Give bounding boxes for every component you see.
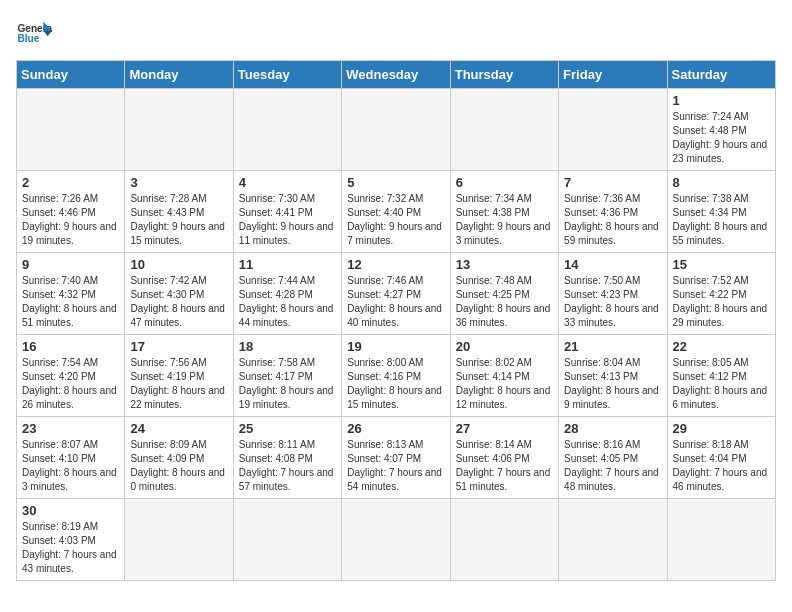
calendar-week-3: 9Sunrise: 7:40 AM Sunset: 4:32 PM Daylig… [17, 253, 776, 335]
day-number: 4 [239, 175, 336, 190]
day-number: 10 [130, 257, 227, 272]
calendar-cell: 20Sunrise: 8:02 AM Sunset: 4:14 PM Dayli… [450, 335, 558, 417]
day-info: Sunrise: 7:56 AM Sunset: 4:19 PM Dayligh… [130, 356, 227, 412]
day-info: Sunrise: 8:07 AM Sunset: 4:10 PM Dayligh… [22, 438, 119, 494]
calendar-cell: 9Sunrise: 7:40 AM Sunset: 4:32 PM Daylig… [17, 253, 125, 335]
day-info: Sunrise: 8:04 AM Sunset: 4:13 PM Dayligh… [564, 356, 661, 412]
day-number: 27 [456, 421, 553, 436]
calendar-cell: 30Sunrise: 8:19 AM Sunset: 4:03 PM Dayli… [17, 499, 125, 581]
calendar-cell [233, 89, 341, 171]
day-number: 16 [22, 339, 119, 354]
calendar-cell [450, 499, 558, 581]
day-info: Sunrise: 8:02 AM Sunset: 4:14 PM Dayligh… [456, 356, 553, 412]
calendar-cell: 6Sunrise: 7:34 AM Sunset: 4:38 PM Daylig… [450, 171, 558, 253]
day-info: Sunrise: 8:05 AM Sunset: 4:12 PM Dayligh… [673, 356, 770, 412]
day-number: 5 [347, 175, 444, 190]
day-number: 22 [673, 339, 770, 354]
calendar-week-2: 2Sunrise: 7:26 AM Sunset: 4:46 PM Daylig… [17, 171, 776, 253]
day-number: 17 [130, 339, 227, 354]
calendar-week-6: 30Sunrise: 8:19 AM Sunset: 4:03 PM Dayli… [17, 499, 776, 581]
calendar-cell: 17Sunrise: 7:56 AM Sunset: 4:19 PM Dayli… [125, 335, 233, 417]
calendar-table: SundayMondayTuesdayWednesdayThursdayFrid… [16, 60, 776, 581]
calendar-cell: 14Sunrise: 7:50 AM Sunset: 4:23 PM Dayli… [559, 253, 667, 335]
calendar-cell: 16Sunrise: 7:54 AM Sunset: 4:20 PM Dayli… [17, 335, 125, 417]
day-number: 21 [564, 339, 661, 354]
calendar-cell [342, 89, 450, 171]
day-info: Sunrise: 7:44 AM Sunset: 4:28 PM Dayligh… [239, 274, 336, 330]
day-info: Sunrise: 7:50 AM Sunset: 4:23 PM Dayligh… [564, 274, 661, 330]
calendar-cell: 19Sunrise: 8:00 AM Sunset: 4:16 PM Dayli… [342, 335, 450, 417]
calendar-cell: 1Sunrise: 7:24 AM Sunset: 4:48 PM Daylig… [667, 89, 775, 171]
day-number: 19 [347, 339, 444, 354]
day-info: Sunrise: 7:26 AM Sunset: 4:46 PM Dayligh… [22, 192, 119, 248]
day-info: Sunrise: 7:32 AM Sunset: 4:40 PM Dayligh… [347, 192, 444, 248]
day-number: 23 [22, 421, 119, 436]
day-number: 15 [673, 257, 770, 272]
calendar-cell: 28Sunrise: 8:16 AM Sunset: 4:05 PM Dayli… [559, 417, 667, 499]
calendar-cell: 25Sunrise: 8:11 AM Sunset: 4:08 PM Dayli… [233, 417, 341, 499]
calendar-header: SundayMondayTuesdayWednesdayThursdayFrid… [17, 61, 776, 89]
day-number: 2 [22, 175, 119, 190]
logo-icon: General Blue [16, 16, 52, 52]
calendar-cell [233, 499, 341, 581]
day-number: 14 [564, 257, 661, 272]
calendar-cell: 18Sunrise: 7:58 AM Sunset: 4:17 PM Dayli… [233, 335, 341, 417]
day-number: 7 [564, 175, 661, 190]
calendar-cell [125, 499, 233, 581]
day-number: 13 [456, 257, 553, 272]
calendar-cell: 4Sunrise: 7:30 AM Sunset: 4:41 PM Daylig… [233, 171, 341, 253]
day-info: Sunrise: 7:30 AM Sunset: 4:41 PM Dayligh… [239, 192, 336, 248]
calendar-cell: 8Sunrise: 7:38 AM Sunset: 4:34 PM Daylig… [667, 171, 775, 253]
day-info: Sunrise: 7:54 AM Sunset: 4:20 PM Dayligh… [22, 356, 119, 412]
header: General Blue [16, 16, 776, 52]
day-info: Sunrise: 8:00 AM Sunset: 4:16 PM Dayligh… [347, 356, 444, 412]
day-number: 12 [347, 257, 444, 272]
day-info: Sunrise: 7:24 AM Sunset: 4:48 PM Dayligh… [673, 110, 770, 166]
calendar-cell [17, 89, 125, 171]
calendar-cell: 7Sunrise: 7:36 AM Sunset: 4:36 PM Daylig… [559, 171, 667, 253]
calendar-cell: 23Sunrise: 8:07 AM Sunset: 4:10 PM Dayli… [17, 417, 125, 499]
day-info: Sunrise: 8:16 AM Sunset: 4:05 PM Dayligh… [564, 438, 661, 494]
calendar-week-5: 23Sunrise: 8:07 AM Sunset: 4:10 PM Dayli… [17, 417, 776, 499]
calendar-cell: 24Sunrise: 8:09 AM Sunset: 4:09 PM Dayli… [125, 417, 233, 499]
day-number: 3 [130, 175, 227, 190]
calendar-body: 1Sunrise: 7:24 AM Sunset: 4:48 PM Daylig… [17, 89, 776, 581]
day-number: 18 [239, 339, 336, 354]
day-info: Sunrise: 7:40 AM Sunset: 4:32 PM Dayligh… [22, 274, 119, 330]
calendar-cell [342, 499, 450, 581]
day-number: 26 [347, 421, 444, 436]
calendar-cell: 2Sunrise: 7:26 AM Sunset: 4:46 PM Daylig… [17, 171, 125, 253]
weekday-header-wednesday: Wednesday [342, 61, 450, 89]
weekday-header-friday: Friday [559, 61, 667, 89]
weekday-header-thursday: Thursday [450, 61, 558, 89]
day-info: Sunrise: 8:14 AM Sunset: 4:06 PM Dayligh… [456, 438, 553, 494]
weekday-header-row: SundayMondayTuesdayWednesdayThursdayFrid… [17, 61, 776, 89]
calendar-cell: 15Sunrise: 7:52 AM Sunset: 4:22 PM Dayli… [667, 253, 775, 335]
day-info: Sunrise: 7:42 AM Sunset: 4:30 PM Dayligh… [130, 274, 227, 330]
day-info: Sunrise: 8:19 AM Sunset: 4:03 PM Dayligh… [22, 520, 119, 576]
calendar-cell: 12Sunrise: 7:46 AM Sunset: 4:27 PM Dayli… [342, 253, 450, 335]
day-info: Sunrise: 7:34 AM Sunset: 4:38 PM Dayligh… [456, 192, 553, 248]
day-info: Sunrise: 7:48 AM Sunset: 4:25 PM Dayligh… [456, 274, 553, 330]
calendar-week-4: 16Sunrise: 7:54 AM Sunset: 4:20 PM Dayli… [17, 335, 776, 417]
day-number: 8 [673, 175, 770, 190]
calendar-cell: 13Sunrise: 7:48 AM Sunset: 4:25 PM Dayli… [450, 253, 558, 335]
calendar-cell: 21Sunrise: 8:04 AM Sunset: 4:13 PM Dayli… [559, 335, 667, 417]
day-number: 6 [456, 175, 553, 190]
day-number: 24 [130, 421, 227, 436]
calendar-cell: 3Sunrise: 7:28 AM Sunset: 4:43 PM Daylig… [125, 171, 233, 253]
calendar-cell: 29Sunrise: 8:18 AM Sunset: 4:04 PM Dayli… [667, 417, 775, 499]
logo: General Blue [16, 16, 52, 52]
day-info: Sunrise: 8:18 AM Sunset: 4:04 PM Dayligh… [673, 438, 770, 494]
calendar-cell: 5Sunrise: 7:32 AM Sunset: 4:40 PM Daylig… [342, 171, 450, 253]
day-number: 9 [22, 257, 119, 272]
day-info: Sunrise: 7:28 AM Sunset: 4:43 PM Dayligh… [130, 192, 227, 248]
day-number: 29 [673, 421, 770, 436]
calendar-cell: 22Sunrise: 8:05 AM Sunset: 4:12 PM Dayli… [667, 335, 775, 417]
weekday-header-saturday: Saturday [667, 61, 775, 89]
day-info: Sunrise: 8:13 AM Sunset: 4:07 PM Dayligh… [347, 438, 444, 494]
day-info: Sunrise: 7:46 AM Sunset: 4:27 PM Dayligh… [347, 274, 444, 330]
calendar-week-1: 1Sunrise: 7:24 AM Sunset: 4:48 PM Daylig… [17, 89, 776, 171]
day-number: 20 [456, 339, 553, 354]
calendar-cell: 11Sunrise: 7:44 AM Sunset: 4:28 PM Dayli… [233, 253, 341, 335]
